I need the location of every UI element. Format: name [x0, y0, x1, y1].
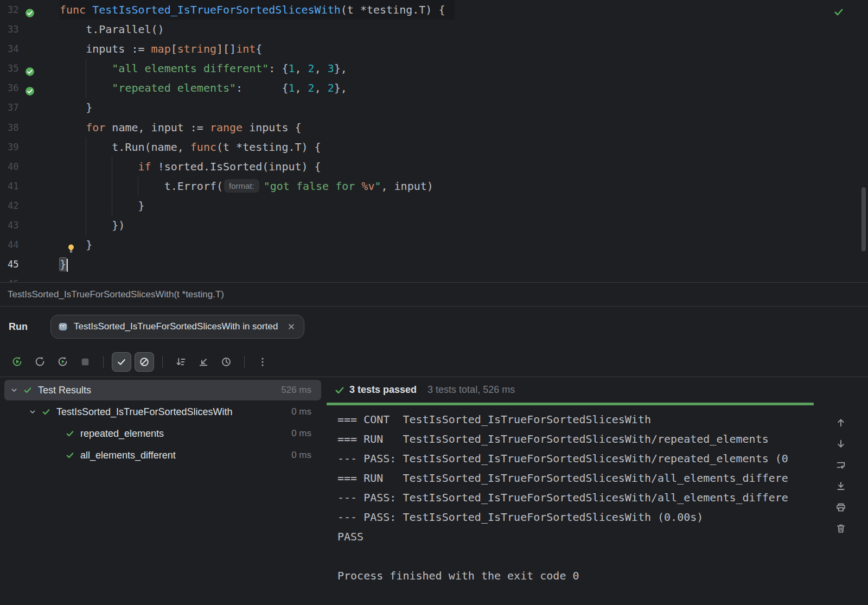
- code-text: }: [60, 98, 868, 117]
- code-text: t.Parallel(): [60, 20, 868, 39]
- stop-button[interactable]: [76, 353, 94, 371]
- close-icon[interactable]: [286, 322, 296, 332]
- indent-guide: [86, 59, 86, 78]
- test-name-label: repeated_elements: [80, 428, 164, 440]
- gutter-cell: 43: [0, 215, 60, 235]
- gutter-cell: 39: [0, 137, 60, 157]
- console-toolbar: [833, 416, 848, 535]
- run-tab-label: TestIsSorted_IsTrueForSortedSlicesWith i…: [74, 321, 278, 332]
- code-text: for name, input := range inputs {: [60, 118, 868, 137]
- gutter-cell: 37: [0, 98, 60, 117]
- line-number: 38: [8, 122, 18, 133]
- code-text: inputs := map[string][]int{: [60, 39, 868, 59]
- show-passed-toggle[interactable]: [112, 353, 131, 371]
- inspections-passed-icon[interactable]: [833, 7, 844, 17]
- test-history-button[interactable]: [217, 353, 235, 371]
- next-occurrence-button[interactable]: [834, 437, 847, 450]
- gutter-cell: 40: [0, 157, 60, 176]
- code-token: }: [60, 238, 92, 251]
- console-line: PASS: [337, 527, 814, 546]
- lightbulb-icon[interactable]: [66, 240, 76, 250]
- code-token: inputs {: [242, 121, 301, 134]
- code-line[interactable]: 36 "repeated elements": {1, 2, 2},: [0, 78, 868, 98]
- sticky-line-background: func TestIsSorted_IsTrueForSortedSlicesW…: [60, 0, 455, 20]
- code-line[interactable]: 33 t.Parallel(): [0, 20, 868, 39]
- test-tree-row[interactable]: repeated_elements0 ms: [4, 423, 321, 444]
- console-line: === RUN TestIsSorted_IsTrueForSortedSlic…: [337, 468, 814, 488]
- test-tree-row[interactable]: all_elements_different0 ms: [4, 445, 321, 466]
- print-button[interactable]: [834, 501, 847, 514]
- line-number: 32: [8, 4, 18, 15]
- inlay-hint: format:: [224, 179, 259, 193]
- line-number: 37: [8, 102, 18, 113]
- chevron-down-icon[interactable]: [28, 407, 37, 416]
- gutter-cell: 41: [0, 176, 60, 196]
- rerun-tests-button[interactable]: [8, 353, 26, 371]
- line-number: 42: [8, 200, 18, 211]
- code-line[interactable]: 43 }): [0, 215, 868, 235]
- gutter-cell: 36: [0, 78, 60, 98]
- editor-scrollbar[interactable]: [861, 187, 866, 251]
- code-token: string: [177, 42, 216, 55]
- gutter-cell: 38: [0, 118, 60, 137]
- clear-console-button[interactable]: [834, 522, 847, 535]
- test-passed-icon[interactable]: [25, 83, 35, 93]
- chevron-down-icon[interactable]: [10, 386, 18, 394]
- test-passed-icon[interactable]: [25, 63, 35, 73]
- gutter-cell: 35: [0, 59, 60, 78]
- code-line[interactable]: 39 t.Run(name, func(t *testing.T) {: [0, 137, 868, 157]
- code-line[interactable]: 45}: [0, 254, 868, 274]
- code-line[interactable]: 37 }: [0, 98, 868, 117]
- code-token: [60, 121, 86, 134]
- code-token: func: [190, 141, 216, 154]
- code-token: ][]: [216, 42, 236, 55]
- code-line[interactable]: 46: [0, 274, 868, 283]
- code-line[interactable]: 41 t.Errorf(format:"got false for %v", i…: [0, 176, 868, 196]
- code-editor[interactable]: 32func TestIsSorted_IsTrueForSortedSlice…: [0, 0, 868, 283]
- code-token: },: [334, 62, 347, 75]
- sort-tests-button[interactable]: [171, 353, 190, 371]
- test-tree-row[interactable]: TestIsSorted_IsTrueForSortedSlicesWith0 …: [4, 402, 321, 422]
- test-duration: 0 ms: [291, 406, 311, 417]
- rerun-failed-tests-button[interactable]: [30, 353, 49, 371]
- code-line[interactable]: 35 "all elements different": {1, 2, 3},: [0, 59, 868, 78]
- gutter-cell: 34: [0, 39, 60, 59]
- test-tree-row[interactable]: Test Results526 ms: [4, 380, 321, 400]
- line-number: 46: [8, 278, 18, 283]
- indent-guide: [138, 176, 138, 196]
- run-tab[interactable]: TestIsSorted_IsTrueForSortedSlicesWith i…: [50, 315, 304, 339]
- code-line[interactable]: 34 inputs := map[string][]int{: [0, 39, 868, 59]
- tests-passed-label: 3 tests passed: [349, 384, 417, 396]
- indent-guide: [86, 196, 86, 215]
- gutter-cell: 42: [0, 196, 60, 215]
- line-number: 44: [8, 239, 18, 250]
- line-number: 36: [8, 82, 18, 93]
- code-line[interactable]: 40 if !sorted.IsSorted(input) {: [0, 157, 868, 176]
- code-text: if !sorted.IsSorted(input) {: [60, 157, 868, 176]
- code-line[interactable]: 42 }: [0, 196, 868, 215]
- code-text: }: [60, 196, 868, 215]
- code-line[interactable]: 44 }: [0, 235, 868, 254]
- scroll-to-end-button[interactable]: [834, 480, 847, 493]
- rerun-automatically-button[interactable]: [53, 353, 72, 371]
- test-name-label: TestIsSorted_IsTrueForSortedSlicesWith: [56, 406, 232, 418]
- console-line: --- PASS: TestIsSorted_IsTrueForSortedSl…: [337, 449, 814, 468]
- console-output[interactable]: === CONT TestIsSorted_IsTrueForSortedSli…: [326, 405, 814, 604]
- line-number: 33: [8, 24, 18, 35]
- prev-occurrence-button[interactable]: [834, 416, 847, 429]
- more-options-button[interactable]: [253, 353, 272, 371]
- code-line[interactable]: 32func TestIsSorted_IsTrueForSortedSlice…: [0, 0, 868, 20]
- code-token: !sorted.IsSorted(input) {: [151, 160, 321, 173]
- breadcrumb-bar[interactable]: TestIsSorted_IsTrueForSortedSlicesWith(t…: [0, 283, 868, 307]
- code-token: 1: [288, 62, 295, 75]
- soft-wrap-toggle[interactable]: [834, 458, 847, 472]
- console-panel: 3 tests passed 3 tests total, 526 ms ===…: [326, 377, 868, 604]
- show-ignored-toggle[interactable]: [135, 353, 154, 371]
- navigate-to-test-button[interactable]: [194, 353, 213, 371]
- line-number: 34: [8, 43, 18, 54]
- code-line[interactable]: 38 for name, input := range inputs {: [0, 118, 868, 137]
- indent-guide: [86, 176, 86, 196]
- code-token: t.Run(name,: [60, 141, 190, 154]
- code-text: }: [60, 235, 868, 254]
- test-passed-icon[interactable]: [25, 5, 35, 15]
